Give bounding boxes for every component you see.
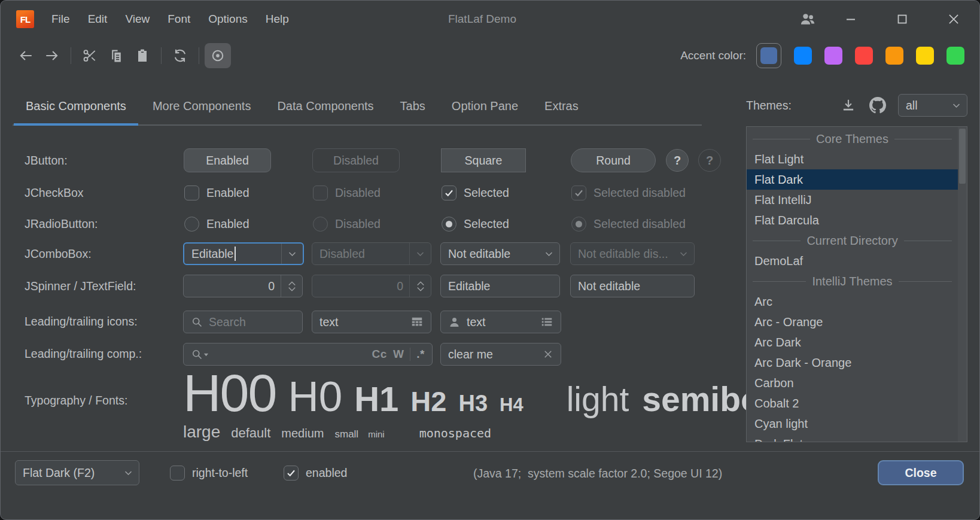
radio-label: Enabled [206,217,249,231]
search-field-with-controls[interactable]: Cc W .* [183,343,433,366]
menu-view[interactable]: View [116,8,159,31]
search-dropdown-icon[interactable] [191,348,209,360]
lookandfeel-combobox[interactable]: Flat Dark (F2) [15,460,139,485]
theme-item-cobalt-2[interactable]: Cobalt 2 [747,393,958,413]
table-icon[interactable] [410,315,424,329]
checkbox-icon [313,186,328,200]
theme-item-dark-flat[interactable]: Dark Flat [747,434,958,442]
download-icon[interactable] [841,98,856,113]
accent-swatch-purple[interactable] [824,47,842,65]
combobox-not-editable-disabled: Not editable dis... [570,242,695,265]
textfield-leading-person[interactable]: text [440,311,561,333]
maximize-button[interactable] [888,5,916,33]
radio-selected-disabled: Selected disabled [571,214,686,234]
small-size-sample: small [334,428,358,440]
accent-swatch-red[interactable] [855,47,873,65]
enabled-button[interactable]: Enabled [184,148,271,172]
theme-item-arc-dark[interactable]: Arc Dark [747,332,958,352]
right-to-left-checkbox[interactable]: right-to-left [170,463,248,483]
textfield-trailing-table[interactable]: text [312,311,431,333]
accent-swatch-yellow[interactable] [916,47,934,65]
tab-extras[interactable]: Extras [531,88,592,124]
close-window-button[interactable] [940,5,967,33]
toolbar-separator [71,47,71,64]
theme-item-carbon[interactable]: Carbon [747,373,958,393]
disabled-button: Disabled [312,148,400,172]
back-button[interactable] [13,43,39,68]
clearable-field[interactable]: clear me [440,343,561,366]
minimize-button[interactable] [837,5,865,33]
clear-icon[interactable] [543,349,553,360]
close-button[interactable]: Close [878,460,964,485]
theme-group-intellij-themes: IntelliJ Themes [747,271,958,291]
theme-item-flat-darcula[interactable]: Flat Darcula [747,210,958,230]
themes-scrollbar[interactable] [958,127,967,442]
users-icon[interactable] [794,5,821,33]
list-icon[interactable] [540,315,553,329]
refresh-button[interactable] [167,43,193,68]
h00-sample: H00 [183,364,276,422]
accent-swatch-orange[interactable] [885,47,903,65]
theme-item-demolaf[interactable]: DemoLaf [747,251,958,271]
chevron-down-icon[interactable] [281,244,303,264]
theme-item-cyan-light[interactable]: Cyan light [747,413,958,434]
checkbox-label: Selected disabled [594,186,686,200]
theme-item-flat-intellij[interactable]: Flat IntelliJ [747,190,958,210]
match-case-toggle[interactable]: Cc [372,348,387,361]
accent-swatch-selected[interactable] [756,43,781,68]
menu-font[interactable]: Font [159,8,199,31]
combobox-not-editable[interactable]: Not editable [440,242,560,265]
accent-swatch-blue[interactable] [794,47,812,65]
copy-button[interactable] [103,43,129,68]
round-button[interactable]: Round [571,148,656,172]
tab-more-components[interactable]: More Components [139,88,264,124]
tab-option-pane[interactable]: Option Pane [439,88,531,124]
themes-list[interactable]: Core Themes Flat Light Flat Dark Flat In… [746,126,967,442]
monospaced-sample: monospaced [419,426,491,440]
spinner-buttons[interactable] [281,275,302,297]
textfield-editable[interactable]: Editable [440,275,560,297]
forward-icon [44,48,60,63]
help-button[interactable]: ? [666,149,689,172]
square-button[interactable]: Square [441,148,526,172]
combobox-editable[interactable]: Editable [183,242,304,265]
tab-basic-components[interactable]: Basic Components [13,88,139,124]
theme-item-arc-orange[interactable]: Arc - Orange [747,312,958,332]
radio-selected[interactable]: Selected [442,214,509,234]
forward-button[interactable] [39,43,65,68]
radio-enabled[interactable]: Enabled [184,214,249,234]
checkbox-enabled[interactable]: Enabled [184,183,249,203]
menu-edit[interactable]: Edit [79,8,117,31]
theme-item-flat-light[interactable]: Flat Light [747,149,958,169]
scrollbar-thumb[interactable] [959,129,966,184]
h2-sample: H2 [410,386,446,417]
paste-button[interactable] [129,43,156,68]
chevron-down-icon[interactable] [538,243,559,264]
checkbox-selected[interactable]: Selected [442,183,509,203]
enabled-checkbox[interactable]: enabled [284,463,347,483]
menu-help[interactable]: Help [257,8,298,31]
search-field[interactable]: Search [183,311,303,333]
whole-words-toggle[interactable]: W [393,348,404,361]
tab-data-components[interactable]: Data Components [264,88,386,124]
jcheckbox-row-label: JCheckBox [25,186,84,200]
inspect-toggle-button[interactable] [205,43,231,68]
text-caret [235,247,236,261]
checkbox-label: Selected [464,186,509,200]
menu-file[interactable]: File [42,8,79,31]
regex-toggle[interactable]: .* [416,348,425,361]
cut-button[interactable] [77,43,103,68]
theme-item-arc-dark-orange[interactable]: Arc Dark - Orange [747,352,958,373]
accent-swatch-green[interactable] [946,47,964,65]
menu-bar: File Edit View Font Options Help [42,8,298,31]
themes-header: Themes: all [746,88,967,123]
theme-item-arc[interactable]: Arc [747,291,958,312]
tab-tabs[interactable]: Tabs [387,88,439,124]
spinner-enabled[interactable]: 0 [183,275,303,297]
menu-options[interactable]: Options [199,8,256,31]
theme-item-flat-dark[interactable]: Flat Dark [747,169,958,190]
github-icon[interactable] [869,97,886,114]
h0-sample: H0 [288,373,342,420]
chevron-down-icon[interactable] [118,461,139,485]
themes-filter-combobox[interactable]: all [898,94,967,117]
